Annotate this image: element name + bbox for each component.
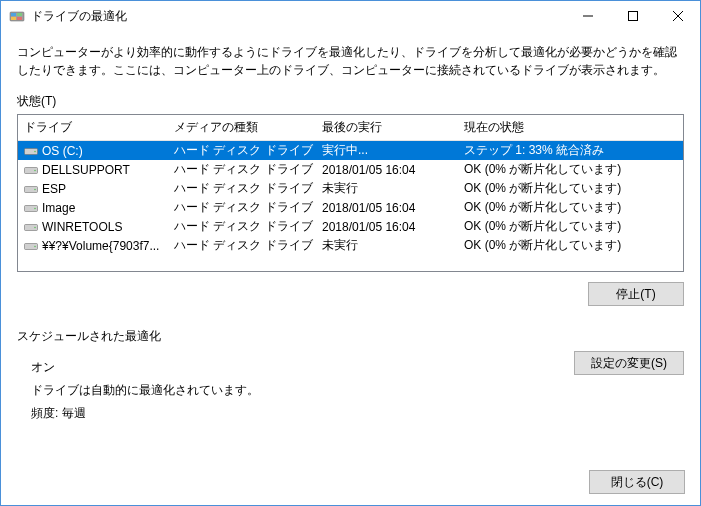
state-cell: OK (0% が断片化しています) [458,197,683,218]
state-cell: OK (0% が断片化しています) [458,216,683,237]
last-run-cell: 未実行 [316,235,458,256]
description-text: コンピューターがより効率的に動作するようにドライブを最適化したり、ドライブを分析… [17,43,684,79]
drive-icon [24,184,38,194]
table-row[interactable]: Imageハード ディスク ドライブ2018/01/05 16:04OK (0%… [18,198,683,217]
last-run-cell: 2018/01/05 16:04 [316,199,458,217]
svg-rect-4 [17,17,22,20]
titlebar: ドライブの最適化 [1,1,700,31]
drive-cell: Image [18,199,168,217]
schedule-section-label: スケジュールされた最適化 [17,328,684,345]
drive-name: WINRETOOLS [42,220,122,234]
defrag-app-icon [9,8,25,24]
state-cell: OK (0% が断片化しています) [458,178,683,199]
media-cell: ハード ディスク ドライブ [168,159,316,180]
close-dialog-button[interactable]: 閉じる(C) [589,470,685,494]
svg-point-20 [34,245,36,247]
col-header-state[interactable]: 現在の状態 [458,115,683,140]
drive-cell: DELLSUPPORT [18,161,168,179]
table-row[interactable]: WINRETOOLSハード ディスク ドライブ2018/01/05 16:04O… [18,217,683,236]
col-header-media[interactable]: メディアの種類 [168,115,316,140]
media-cell: ハード ディスク ドライブ [168,197,316,218]
svg-rect-1 [11,13,16,16]
minimize-button[interactable] [565,1,610,31]
svg-point-16 [34,207,36,209]
col-header-last[interactable]: 最後の実行 [316,115,458,140]
change-settings-button[interactable]: 設定の変更(S) [574,351,684,375]
table-row[interactable]: DELLSUPPORTハード ディスク ドライブ2018/01/05 16:04… [18,160,683,179]
table-row[interactable]: ¥¥?¥Volume{7903f7...ハード ディスク ドライブ未実行OK (… [18,236,683,255]
stop-button[interactable]: 停止(T) [588,282,684,306]
last-run-cell: 2018/01/05 16:04 [316,218,458,236]
drive-cell: ESP [18,180,168,198]
last-run-cell: 実行中... [316,140,458,161]
drive-cell: ¥¥?¥Volume{7903f7... [18,237,168,255]
drive-icon [24,203,38,213]
last-run-cell: 2018/01/05 16:04 [316,161,458,179]
table-row[interactable]: ESPハード ディスク ドライブ未実行OK (0% が断片化しています) [18,179,683,198]
svg-rect-6 [628,12,637,21]
window-controls [565,1,700,31]
svg-rect-2 [17,13,22,16]
state-cell: OK (0% が断片化しています) [458,159,683,180]
maximize-button[interactable] [610,1,655,31]
svg-point-18 [34,226,36,228]
drive-icon [24,241,38,251]
window-title: ドライブの最適化 [31,8,565,25]
media-cell: ハード ディスク ドライブ [168,140,316,161]
close-button[interactable] [655,1,700,31]
drive-cell: WINRETOOLS [18,218,168,236]
schedule-frequency: 頻度: 毎週 [31,405,259,422]
drive-name: OS (C:) [42,144,83,158]
listview-body: OS (C:)ハード ディスク ドライブ実行中...ステップ 1: 33% 統合… [18,141,683,255]
drive-name: ¥¥?¥Volume{7903f7... [42,239,159,253]
drive-icon [24,165,38,175]
media-cell: ハード ディスク ドライブ [168,178,316,199]
schedule-on-label: オン [31,359,259,376]
svg-point-12 [34,169,36,171]
last-run-cell: 未実行 [316,178,458,199]
drives-listview[interactable]: ドライブ メディアの種類 最後の実行 現在の状態 OS (C:)ハード ディスク… [17,114,684,272]
drive-icon [24,222,38,232]
col-header-drive[interactable]: ドライブ [18,115,168,140]
state-cell: OK (0% が断片化しています) [458,235,683,256]
listview-header: ドライブ メディアの種類 最後の実行 現在の状態 [18,115,683,141]
svg-point-14 [34,188,36,190]
svg-rect-3 [11,17,16,20]
drive-icon [24,146,38,156]
drive-name: DELLSUPPORT [42,163,130,177]
drive-name: Image [42,201,75,215]
drive-name: ESP [42,182,66,196]
state-cell: ステップ 1: 33% 統合済み [458,140,683,161]
media-cell: ハード ディスク ドライブ [168,235,316,256]
svg-point-10 [34,150,36,152]
status-section-label: 状態(T) [17,93,684,110]
table-row[interactable]: OS (C:)ハード ディスク ドライブ実行中...ステップ 1: 33% 統合… [18,141,683,160]
schedule-auto-text: ドライブは自動的に最適化されています。 [31,382,259,399]
drive-cell: OS (C:) [18,142,168,160]
media-cell: ハード ディスク ドライブ [168,216,316,237]
